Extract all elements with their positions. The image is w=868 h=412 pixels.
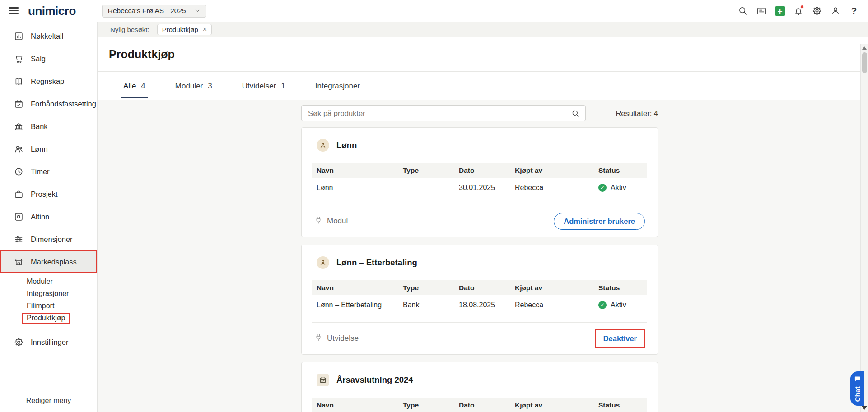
recently-visited-label: Nylig besøkt: — [110, 26, 149, 33]
sidebar-item-nokkeltall[interactable]: Nøkkeltall — [0, 25, 97, 47]
product-search[interactable] — [301, 105, 586, 121]
company-year: 2025 — [170, 7, 186, 15]
sidebar-item-regnskap[interactable]: Regnskap — [0, 70, 97, 93]
sidebar-item-markedsplass[interactable]: Markedsplass — [0, 250, 97, 273]
table-header-row: Navn Type Dato Kjøpt av Status — [312, 398, 647, 412]
help-icon[interactable]: ? — [848, 5, 860, 17]
scrollbar-down-arrow-icon[interactable] — [862, 406, 867, 410]
tab-utvidelser[interactable]: Utvidelser 1 — [239, 74, 288, 98]
topbar: unimicro Rebecca's Frø AS 2025 + — [0, 0, 868, 22]
product-kind: Modul — [314, 216, 348, 227]
cart-icon — [14, 54, 24, 64]
calendar-check-icon — [14, 99, 24, 109]
product-kind: Utvidelse — [314, 333, 359, 344]
cell-status: ✓ Aktiv — [594, 301, 647, 309]
payroll-icon — [317, 139, 329, 152]
table-header-row: Navn Type Dato Kjøpt av Status — [312, 280, 647, 295]
settings-gear-icon[interactable] — [811, 5, 823, 17]
scrollbar-up-arrow-icon[interactable] — [862, 46, 867, 50]
deaktiver-button[interactable]: Deaktiver — [601, 333, 639, 345]
status-check-icon: ✓ — [598, 301, 607, 309]
notifications-bell-icon[interactable] — [793, 5, 804, 17]
search-icon[interactable] — [737, 5, 749, 17]
add-icon[interactable]: + — [774, 5, 786, 17]
purchase-table: Navn Type Dato Kjøpt av Status Lønn 30.0… — [312, 163, 647, 197]
submenu-item-integrasjoner[interactable]: Integrasjoner — [0, 288, 97, 300]
table-row[interactable]: Lønn – Etterbetaling Bank 18.08.2025 Reb… — [312, 295, 647, 315]
card-title: Lønn — [336, 140, 357, 150]
cell-date: 18.08.2025 — [454, 301, 510, 309]
notification-badge — [800, 5, 804, 9]
unimicro-logo: unimicro — [28, 4, 76, 18]
submenu-item-filimport[interactable]: Filimport — [0, 300, 97, 312]
user-account-icon[interactable] — [830, 5, 841, 17]
sidebar-item-label: Innstillinger — [31, 338, 68, 347]
close-icon[interactable]: × — [203, 26, 207, 33]
product-kind-label: Utvidelse — [327, 334, 359, 343]
chip-label: Produktkjøp — [162, 26, 198, 33]
product-kind-label: Modul — [327, 217, 348, 226]
cell-type: Bank — [398, 301, 454, 309]
sidebar-item-prosjekt[interactable]: Prosjekt — [0, 183, 97, 205]
submenu-item-produktkjop[interactable]: Produktkjøp — [0, 312, 97, 324]
search-icon — [571, 109, 580, 118]
cell-buyer: Rebecca — [510, 301, 594, 309]
sidebar-item-label: Bank — [31, 122, 48, 131]
sidebar-item-timer[interactable]: Timer — [0, 160, 97, 183]
chat-bubble-icon — [854, 375, 861, 384]
status-check-icon: ✓ — [598, 184, 607, 192]
scrollbar-thumb[interactable] — [862, 52, 867, 73]
sliders-icon — [14, 235, 24, 244]
administrer-brukere-button[interactable]: Administrer brukere — [554, 213, 645, 230]
sidebar: Nøkkeltall Salg Regnskap Forhåndsfastset… — [0, 22, 98, 412]
sidebar-item-altinn[interactable]: Altinn — [0, 205, 97, 228]
sidebar-item-label: Altinn — [31, 213, 49, 221]
product-card-lonn-etterbetaling: Lønn – Etterbetaling Navn Type Dato Kjøp… — [301, 245, 658, 355]
status-label: Aktiv — [611, 301, 626, 309]
recent-chip-produktkjop[interactable]: Produktkjøp × — [157, 24, 212, 35]
tabs: Alle 4 Moduler 3 Utvidelser 1 Integrasjo… — [98, 72, 868, 100]
company-name: Rebecca's Frø AS — [108, 7, 164, 15]
page-header: Produktkjøp Alle 4 Moduler 3 Utvidelser … — [98, 37, 868, 100]
chat-label: Chat — [854, 386, 861, 402]
card-footer: Modul Administrer brukere — [312, 205, 647, 237]
markedsplass-submenu: Moduler Integrasjoner Filimport Produktk… — [0, 273, 97, 326]
submenu-item-moduler[interactable]: Moduler — [0, 276, 97, 288]
product-card-lonn: Lønn Navn Type Dato Kjøpt av Status — [301, 127, 658, 237]
chart-icon — [14, 32, 24, 41]
sidebar-item-dimensjoner[interactable]: Dimensjoner — [0, 228, 97, 250]
clock-icon — [14, 167, 24, 176]
search-row: Resultater: 4 — [301, 105, 658, 121]
chevron-down-icon — [194, 8, 201, 14]
company-selector[interactable]: Rebecca's Frø AS 2025 — [102, 5, 206, 18]
cell-date: 30.01.2025 — [454, 184, 510, 192]
annotation-box: Deaktiver — [595, 329, 645, 348]
tab-alle[interactable]: Alle 4 — [121, 74, 148, 98]
sidebar-item-label: Prosjekt — [31, 190, 58, 199]
chat-widget-button[interactable]: Chat — [850, 371, 864, 406]
purchase-table: Navn Type Dato Kjøpt av Status Lønn – Et… — [312, 280, 647, 315]
table-row[interactable]: Lønn 30.01.2025 Rebecca ✓ Aktiv — [312, 178, 647, 197]
sidebar-item-label: Lønn — [31, 145, 48, 153]
sidebar-item-lonn[interactable]: Lønn — [0, 138, 97, 160]
sidebar-item-label: Dimensjoner — [31, 235, 73, 244]
hamburger-menu-icon[interactable] — [9, 5, 21, 17]
sidebar-item-innstillinger[interactable]: Innstillinger — [0, 331, 97, 353]
edit-menu-link[interactable]: Rediger meny — [0, 390, 97, 412]
cell-status: ✓ Aktiv — [594, 184, 647, 192]
card-icon[interactable] — [756, 5, 767, 17]
main-area: Nylig besøkt: Produktkjøp × Produktkjøp … — [98, 22, 868, 412]
sidebar-item-salg[interactable]: Salg — [0, 47, 97, 70]
vertical-scrollbar[interactable] — [860, 44, 868, 412]
results-count: Resultater: 4 — [616, 109, 658, 118]
sidebar-item-label: Nøkkeltall — [31, 32, 63, 41]
page-title: Produktkjøp — [109, 48, 175, 61]
bank-icon — [14, 122, 24, 131]
tab-moduler[interactable]: Moduler 3 — [173, 74, 215, 98]
tab-integrasjoner[interactable]: Integrasjoner — [313, 74, 368, 98]
sidebar-item-bank[interactable]: Bank — [0, 115, 97, 138]
sidebar-item-forhandsfastsetting[interactable]: Forhåndsfastsetting — [0, 93, 97, 115]
app-window: unimicro Rebecca's Frø AS 2025 + — [0, 0, 868, 412]
search-input[interactable] — [308, 109, 571, 118]
topbar-actions: + ? — [737, 5, 860, 17]
